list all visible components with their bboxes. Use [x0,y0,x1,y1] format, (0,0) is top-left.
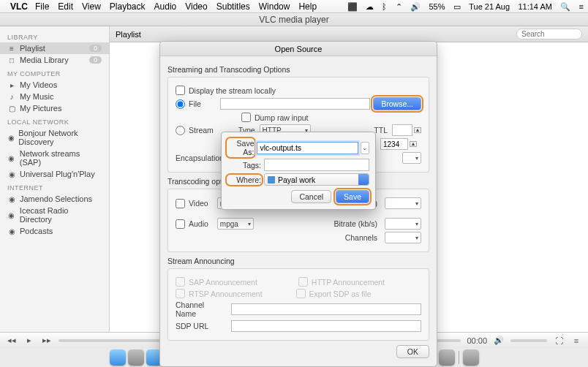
dock-finder[interactable] [110,349,126,366]
ttl-input[interactable] [392,124,412,136]
save-sheet: Save As: ⌄ Tags: Where: Payal work Cance… [221,132,376,210]
spotlight-icon[interactable]: 🔍 [560,2,570,11]
channels-label: Channels [345,233,377,242]
folder-icon [268,176,275,184]
notification-center-icon[interactable]: ≡ [579,2,584,11]
sdp-url-input[interactable] [231,320,421,332]
bluetooth-icon[interactable]: ᛒ [382,2,387,11]
announcing-heading: Stream Announcing [167,257,429,265]
sidebar-item-icecast[interactable]: ◉Icecast Radio Directory [0,205,109,225]
prev-button[interactable]: ◂◂ [6,336,18,345]
volume-slider[interactable] [510,339,547,342]
sidebar-item-bonjour[interactable]: ◉Bonjour Network Discovery [0,127,109,148]
sidebar: LIBRARY ≡ Playlist 0 □ Media Library 0 M… [0,26,110,332]
sidebar-item-podcasts[interactable]: ◉Podcasts [0,225,109,237]
sidebar-item-my-music[interactable]: ♪My Music [0,91,109,102]
sidebar-item-upnp[interactable]: ◉Universal Plug'n'Play [0,168,109,180]
fullscreen-button[interactable]: ⛶ [553,336,565,345]
sidebar-item-label: Jamendo Selections [20,194,92,203]
where-value: Payal work [278,175,315,184]
menu-edit[interactable]: Edit [58,1,73,12]
menubar-time[interactable]: 11:14 AM [518,2,551,11]
menu-window[interactable]: Window [259,1,290,12]
ttl-label: TTL [374,126,388,135]
menu-view[interactable]: View [82,1,101,12]
sidebar-item-media-library[interactable]: □ Media Library 0 [0,54,109,66]
channel-name-input[interactable] [231,303,421,315]
sidebar-item-jamendo[interactable]: ◉Jamendo Selections [0,193,109,205]
stream-radio[interactable] [176,126,185,135]
playlist-tab-label: Playlist [116,30,141,39]
browse-button[interactable]: Browse... [373,97,421,110]
sidebar-item-playlist[interactable]: ≡ Playlist 0 [0,42,109,54]
video-bitrate-select[interactable] [385,197,421,209]
encapsulation-select[interactable] [402,152,421,164]
file-radio[interactable] [176,99,185,109]
media-library-count-badge: 0 [89,56,102,64]
search-input[interactable] [516,29,582,39]
status-icon[interactable]: ⬛ [347,2,358,11]
next-button[interactable]: ▸▸ [41,336,53,345]
video-checkbox[interactable] [176,199,185,208]
save-button[interactable]: Save [336,190,369,203]
volume-icon[interactable]: 🔊 [410,2,421,11]
internet-icon: ◉ [7,227,16,235]
audio-checkbox[interactable] [176,219,185,229]
audio-bitrate-select[interactable] [385,218,421,230]
tags-input[interactable] [264,159,369,171]
sap-checkbox [176,277,185,287]
port-input[interactable] [380,138,408,150]
menu-subtitles[interactable]: Subtitles [216,1,250,12]
sidebar-item-sap[interactable]: ◉Network streams (SAP) [0,148,109,168]
volume-icon[interactable]: 🔊 [493,336,505,345]
where-location-select[interactable]: Payal work [264,173,369,186]
ok-button[interactable]: OK [396,345,429,358]
window-title: VLC media player [0,13,588,26]
menubar-date[interactable]: Tue 21 Aug [469,2,510,11]
cancel-button[interactable]: Cancel [291,190,331,203]
cloud-icon[interactable]: ☁ [366,2,374,11]
save-as-input[interactable] [257,142,358,154]
sidebar-item-label: Icecast Radio Directory [20,206,102,224]
sidebar-item-label: Universal Plug'n'Play [20,170,95,178]
menu-help[interactable]: Help [298,1,317,12]
dialog-title: Open Source [160,42,437,56]
dock-launchpad[interactable] [128,349,144,366]
pictures-icon: ▢ [7,105,16,113]
ttl-stepper[interactable]: ▲ [414,127,421,133]
audio-codec-select[interactable]: mpga [217,218,254,230]
channel-name-label: Channel Name [176,300,227,318]
playlist-icon: ≡ [7,45,16,53]
menu-file[interactable]: File [35,1,49,12]
network-icon: ◉ [7,154,16,162]
sap-label: SAP Announcement [189,278,257,287]
file-path-input[interactable] [220,98,370,110]
file-radio-label: File [189,99,201,108]
sidebar-heading-local-network: LOCAL NETWORK [0,114,109,127]
battery-icon[interactable]: ▭ [453,2,461,11]
menu-audio[interactable]: Audio [154,1,177,12]
http-ann-label: HTTP Announcement [312,278,385,287]
play-button[interactable]: ▸ [23,336,35,345]
dock-trash[interactable] [463,349,479,366]
display-locally-checkbox[interactable] [176,86,185,95]
menu-video[interactable]: Video [185,1,207,12]
playlist-toggle-button[interactable]: ≡ [570,336,582,345]
port-stepper[interactable]: ▲ [410,141,417,147]
channels-select[interactable] [385,232,421,243]
sidebar-item-label: Bonjour Network Discovery [18,129,102,146]
sidebar-item-my-pictures[interactable]: ▢My Pictures [0,102,109,114]
expand-save-dialog-button[interactable]: ⌄ [361,142,369,154]
video-label: Video [189,199,208,208]
sidebar-item-label: My Pictures [20,104,61,113]
app-name[interactable]: VLC [10,1,28,12]
wifi-icon[interactable]: ⌃ [396,2,402,11]
sidebar-item-my-videos[interactable]: ▸My Videos [0,79,109,91]
dock-preferences[interactable] [439,349,455,366]
music-icon: ♪ [7,93,16,101]
where-label: Where: [227,175,261,184]
battery-percent[interactable]: 55% [429,2,445,11]
audio-label: Audio [189,219,208,228]
menu-playback[interactable]: Playback [110,1,146,12]
dump-raw-checkbox[interactable] [241,113,251,122]
